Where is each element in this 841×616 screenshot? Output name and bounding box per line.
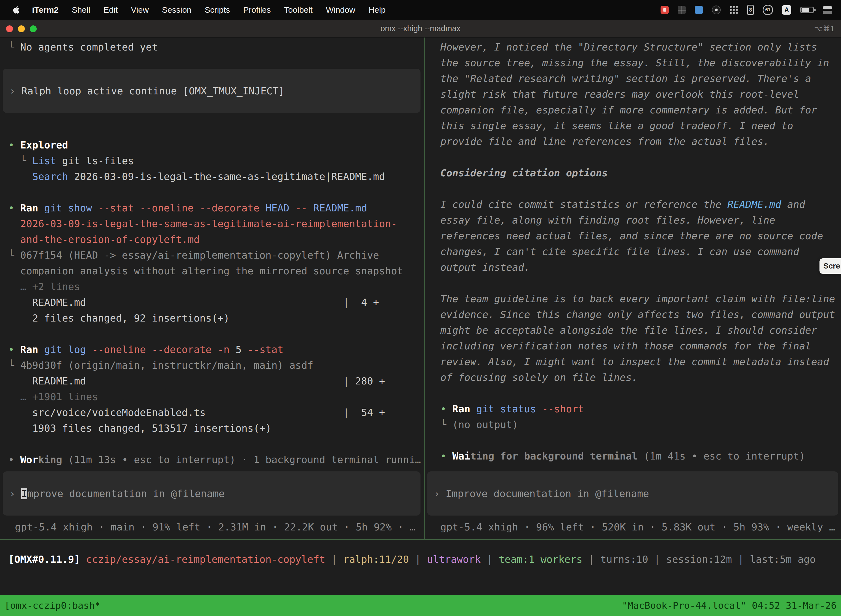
menu-bar-status-icons: 8 61 A [661,5,834,15]
tmux-session-window[interactable]: [omx-cczip0:bash* [4,600,100,611]
text-segment [80,554,86,565]
text-segment: • [440,450,452,462]
screen-recording-stop-icon[interactable] [661,6,669,14]
text-segment: (11m 13s • esc to interrupt) · 1 backgro… [62,454,421,465]
text-segment: [OMX#0.11.9] [8,554,80,565]
apple-menu-icon[interactable] [7,6,25,14]
text-segment: | [325,554,343,565]
text-segment: README.md | 4 + [8,297,379,308]
text-segment: git show [44,202,92,214]
text-segment: team:1 workers [498,554,582,565]
terminal-line: companion analysis without altering the … [8,263,424,279]
text-segment [86,344,92,355]
menu-item-window[interactable]: Window [319,5,362,15]
dark-app-icon[interactable] [712,6,721,14]
text-segment: | [648,554,666,565]
menu-item-profiles[interactable]: Profiles [236,5,277,15]
text-segment: … +1901 lines [8,391,98,402]
battery-icon[interactable] [800,7,814,13]
terminal-line: • Working (11m 13s • esc to interrupt) ·… [8,452,424,468]
terminal-line [8,184,424,200]
text-segment: git log [44,344,86,355]
menu-item-help[interactable]: Help [362,5,393,15]
agents-status-line: └ No agents completed yet [8,39,424,55]
terminal-line: README.md | 4 + [8,295,424,310]
text-segment: | [409,554,427,565]
text-segment [8,234,20,245]
menu-item-iterm2[interactable]: iTerm2 [25,5,65,15]
ralph-loop-text: › Ralph loop active continue [OMX_TMUX_I… [9,83,284,99]
terminal-line: └ 067f154 (HEAD -> essay/ai-reimplementa… [8,247,424,263]
terminal-line [8,326,424,342]
text-segment: • [8,344,20,355]
text-segment: 2 files changed, 92 insertions(+) [8,312,230,324]
window-title-bar[interactable]: omx --xhigh --madmax ⌥⌘1 [0,20,841,38]
text-segment: --stat [248,344,283,355]
terminal-line: and-the-erosion-of-copyleft.md [8,232,424,247]
text-segment: └ [8,155,32,166]
text-segment [92,202,98,214]
window-layout-icon[interactable] [678,6,686,14]
text-segment: 2026-03-09-is-legal-the-same-as-legitima… [68,171,385,182]
text-segment: and-the-erosion-of-copyleft.md [20,234,199,245]
text-segment: Improve documentation in @filename [445,488,649,499]
terminal-line: 1903 files changed, 513517 insertions(+) [8,420,424,436]
text-segment: Explored [20,139,68,151]
text-segment: └ [8,249,20,261]
text-segment [8,171,32,182]
device-icon[interactable]: 8 [747,5,754,15]
control-center-icon[interactable] [823,6,832,14]
thinking-paragraph: The team guideline is to back every impo… [440,291,839,385]
screen-sharing-button[interactable]: Scre [819,258,841,274]
text-segment: README.md [727,199,781,210]
text-segment: Considering citation options [440,167,608,179]
tmux-status-bar: [omx-cczip0:bash* "MacBook-Pro-44.local"… [0,595,841,616]
grid-dots-icon[interactable] [730,6,738,14]
terminal-line: Search 2026-03-09-is-legal-the-same-as-l… [8,169,424,184]
right-input-box[interactable]: › Improve documentation in @filename [427,471,838,516]
text-segment: git status [476,403,536,415]
text-segment: src/voice/voiceModeEnabled.ts | 54 + [8,407,385,418]
omx-status-bar: [OMX#0.11.9] cczip/essay/ai-reimplementa… [8,551,816,567]
menu-item-toolbelt[interactable]: Toolbelt [278,5,319,15]
text-segment: › [9,488,21,499]
text-segment: king [38,454,62,465]
menu-item-shell[interactable]: Shell [65,5,97,15]
battery-percentage-icon[interactable]: 61 [763,5,773,15]
text-segment: Wai [452,450,470,462]
text-segment: • [440,403,452,415]
app-menus: iTerm2ShellEditViewSessionScriptsProfile… [25,5,392,15]
menu-item-session[interactable]: Session [155,5,198,15]
thinking-heading: Considering citation options [440,165,839,181]
menu-item-edit[interactable]: Edit [97,5,125,15]
text-segment: (1m 41s • esc to interrupt) [638,450,805,462]
text-segment [536,403,542,415]
window-shortcut-badge: ⌥⌘1 [814,20,834,37]
text-segment [470,403,476,415]
text-segment [259,202,265,214]
input-source-icon[interactable]: A [782,5,791,15]
terminal-line: … +2 lines [8,279,424,295]
text-segment: last:5m ago [750,554,816,565]
left-input-text[interactable]: › Improve documentation in @filename [9,486,224,502]
text-segment: └ [440,419,452,430]
text-segment: | [732,554,750,565]
text-segment [289,202,296,214]
text-segment [308,202,314,214]
terminal-line: └ (no output) [440,417,841,433]
terminal-line [8,436,424,452]
text-segment: Search [32,171,68,182]
text-segment: └ [8,359,20,371]
text-segment: Wor [20,454,38,465]
terminal-line: 2 files changed, 92 insertions(+) [8,310,424,326]
menu-item-scripts[interactable]: Scripts [198,5,237,15]
tmux-host-time: "MacBook-Pro-44.local" 04:52 31-Mar-26 [622,600,837,611]
right-input-text[interactable]: › Improve documentation in @filename [434,486,649,502]
text-segment [38,202,44,214]
text-segment: companion analysis without altering the … [8,265,403,277]
terminal-line: README.md | 280 + [8,373,424,389]
text-segment: --short [542,403,584,415]
blue-app-icon[interactable] [695,6,703,14]
left-input-box[interactable]: › Improve documentation in @filename [3,471,420,516]
menu-item-view[interactable]: View [125,5,155,15]
